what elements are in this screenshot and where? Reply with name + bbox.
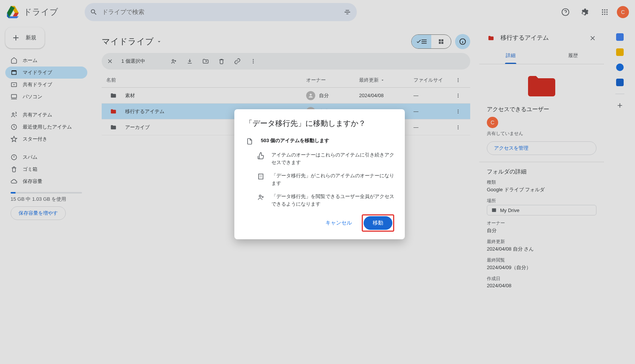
- close-details-button[interactable]: [589, 34, 596, 42]
- selection-bar: 1 個選択中: [102, 53, 470, 70]
- svg-rect-15: [439, 39, 441, 41]
- share-button[interactable]: [169, 58, 178, 65]
- svg-point-33: [458, 111, 458, 112]
- chevron-down-icon: [156, 39, 162, 45]
- calendar-app-icon[interactable]: [616, 33, 624, 41]
- search-input[interactable]: [102, 9, 339, 15]
- header-actions: C: [558, 5, 629, 20]
- nav-storage[interactable]: 保存容量: [5, 175, 87, 187]
- svg-point-1: [602, 9, 603, 11]
- thumb-up-icon: [245, 151, 265, 166]
- delete-button[interactable]: [217, 58, 226, 65]
- clear-selection-button[interactable]: [105, 58, 115, 65]
- contacts-app-icon[interactable]: [616, 79, 624, 86]
- svg-point-30: [458, 96, 458, 97]
- col-size-header[interactable]: ファイルサイ: [414, 77, 455, 84]
- svg-point-28: [458, 93, 458, 94]
- table-row[interactable]: 素材 自分 2024/04/08 —: [102, 88, 470, 104]
- nav-starred[interactable]: スター付き: [5, 133, 87, 145]
- owner-avatar: C: [487, 117, 498, 128]
- app-logo[interactable]: ドライブ: [6, 5, 82, 19]
- storage-text: 15 GB 中 1.03 GB を使用: [5, 196, 87, 203]
- col-owner-header[interactable]: オーナー: [306, 77, 359, 84]
- help-icon[interactable]: [558, 5, 573, 20]
- trash-icon: [11, 166, 17, 173]
- settings-icon[interactable]: [578, 5, 593, 20]
- location-chip[interactable]: My Drive: [487, 205, 596, 215]
- view-toggle: [411, 34, 451, 49]
- nav-shared[interactable]: 共有アイテム: [5, 109, 87, 121]
- svg-point-3: [606, 9, 607, 11]
- tasks-app-icon[interactable]: [616, 64, 624, 71]
- tab-details[interactable]: 詳細: [479, 47, 542, 64]
- move-button[interactable]: [201, 58, 210, 65]
- details-panel: 移行するアイテム 詳細 履歴 アクセスできるユーザー C 共有していません アク…: [479, 28, 604, 364]
- side-rail: [609, 28, 630, 364]
- keep-app-icon[interactable]: [616, 48, 624, 56]
- col-modified-header[interactable]: 最終更新: [359, 77, 414, 84]
- chevron-down-icon: [380, 78, 385, 82]
- new-button[interactable]: 新規: [5, 27, 45, 48]
- row-more-button[interactable]: [455, 124, 470, 130]
- list-view-button[interactable]: [412, 35, 431, 48]
- nav-my-drive[interactable]: マイドライブ: [5, 67, 87, 79]
- move-button-highlight: 移動: [362, 214, 394, 232]
- more-button[interactable]: [249, 58, 258, 65]
- owner-name: 自分: [319, 92, 329, 99]
- apps-icon[interactable]: [597, 5, 612, 20]
- search-icon: [90, 8, 98, 16]
- svg-point-41: [259, 195, 261, 197]
- col-name-header[interactable]: 名前: [106, 77, 116, 84]
- search-bar[interactable]: [85, 3, 357, 21]
- account-avatar[interactable]: C: [617, 6, 629, 18]
- folder-details-heading: フォルダの詳細: [487, 168, 596, 175]
- svg-rect-40: [259, 174, 263, 179]
- breadcrumb[interactable]: マイドライブ: [102, 36, 162, 47]
- sort-arrow-icon: [121, 77, 127, 83]
- grid-view-button[interactable]: [431, 35, 451, 48]
- app-name: ドライブ: [23, 6, 58, 18]
- tab-history[interactable]: 履歴: [542, 47, 604, 64]
- search-options-icon[interactable]: [343, 8, 352, 16]
- nav-computers[interactable]: パソコン: [5, 91, 87, 103]
- svg-point-37: [458, 127, 458, 127]
- svg-point-23: [252, 62, 254, 64]
- move-confirm-dialog: 「データ移行先」に移動しますか？ 503 個のアイテムを移動します アイテムのオ…: [234, 109, 405, 239]
- header: ドライブ C: [0, 0, 635, 24]
- row-more-button[interactable]: [455, 93, 470, 99]
- folder-preview-icon: [527, 75, 557, 98]
- file-check-icon: [245, 137, 254, 145]
- folder-icon: [109, 108, 118, 115]
- nav-trash[interactable]: ゴミ箱: [5, 163, 87, 175]
- add-sidepanel-button[interactable]: [616, 102, 624, 109]
- file-name: アーカイブ: [125, 124, 150, 131]
- file-size: —: [414, 108, 455, 114]
- modified-date: 2024/04/08: [359, 93, 414, 98]
- row-more-button[interactable]: [455, 108, 470, 115]
- nav-home[interactable]: ホーム: [5, 54, 87, 67]
- svg-point-12: [12, 113, 14, 115]
- dialog-title: 「データ移行先」に移動しますか？: [245, 118, 394, 129]
- svg-point-27: [310, 93, 311, 95]
- file-name: 移行するアイテム: [125, 108, 164, 115]
- link-button[interactable]: [233, 58, 242, 65]
- folder-icon: [109, 124, 118, 131]
- move-confirm-button[interactable]: 移動: [364, 216, 392, 230]
- svg-point-29: [458, 95, 458, 96]
- home-icon: [11, 57, 17, 64]
- buy-storage-button[interactable]: 保存容量を増やす: [11, 206, 66, 220]
- cancel-button[interactable]: キャンセル: [320, 217, 357, 229]
- shared-drives-icon: [11, 81, 17, 88]
- svg-point-32: [458, 109, 458, 110]
- svg-rect-16: [441, 39, 443, 41]
- not-shared-text: 共有していません: [487, 130, 596, 137]
- download-button[interactable]: [185, 58, 194, 65]
- nav-spam[interactable]: スパム: [5, 151, 87, 163]
- col-menu-header[interactable]: [455, 77, 470, 83]
- nav-shared-drives[interactable]: 共有ドライブ: [5, 79, 87, 91]
- svg-point-7: [602, 14, 603, 15]
- nav-recent[interactable]: 最近使用したアイテム: [5, 121, 87, 133]
- manage-access-button[interactable]: アクセスを管理: [487, 141, 596, 155]
- svg-point-22: [252, 61, 254, 62]
- info-toggle-button[interactable]: [455, 34, 470, 49]
